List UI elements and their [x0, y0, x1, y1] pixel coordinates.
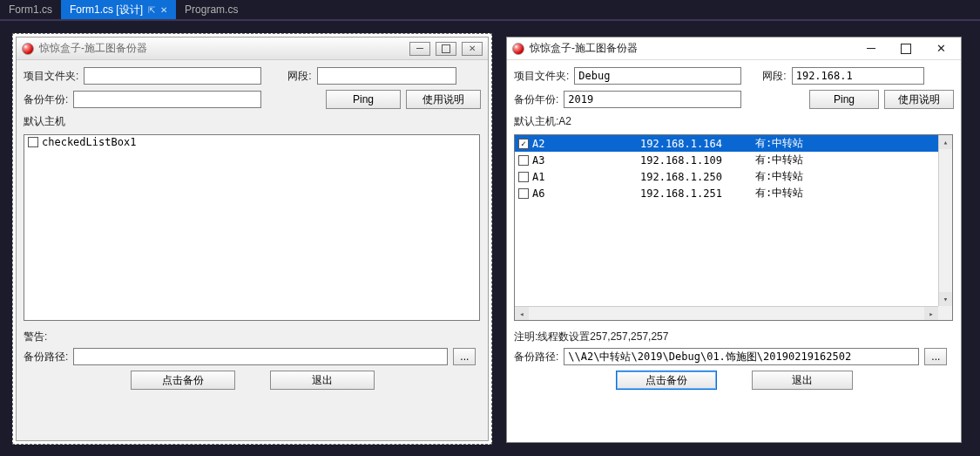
- app-icon: [22, 43, 34, 55]
- tab-label: Form1.cs [设计]: [70, 3, 143, 17]
- pin-icon[interactable]: ⇱: [148, 5, 155, 15]
- host-ip: 192.168.1.109: [640, 154, 752, 167]
- checkbox-icon[interactable]: [518, 139, 529, 149]
- ping-button[interactable]: Ping: [809, 90, 879, 109]
- backup-year-label: 备份年份:: [24, 92, 68, 107]
- host-ip: 192.168.1.251: [640, 187, 752, 200]
- scrollbar-corner: [938, 306, 952, 320]
- checkbox-icon[interactable]: [518, 155, 529, 166]
- window-title: 惊惊盒子-施工图备份器: [39, 41, 404, 56]
- net-segment-input[interactable]: 192.168.1: [792, 67, 924, 85]
- backup-path-input[interactable]: [73, 348, 448, 365]
- project-folder-input[interactable]: Debug: [574, 67, 741, 85]
- warning-label: 警告:: [24, 330, 481, 344]
- scrollbar-vertical[interactable]: ▴ ▾: [938, 135, 952, 306]
- design-window[interactable]: 惊惊盒子-施工图备份器 项目文件夹: 网段: 备份年份: Ping: [16, 37, 489, 441]
- list-item[interactable]: A1192.168.1.250有:中转站: [515, 168, 952, 185]
- scroll-left-icon[interactable]: ◂: [515, 307, 529, 320]
- exit-button[interactable]: 退出: [270, 371, 375, 390]
- net-segment-input[interactable]: [317, 67, 456, 85]
- host-flag: 有:中转站: [755, 153, 949, 167]
- minimize-icon[interactable]: [409, 42, 430, 56]
- list-item[interactable]: checkedListBox1: [24, 135, 479, 149]
- project-folder-label: 项目文件夹:: [514, 69, 569, 84]
- usage-button[interactable]: 使用说明: [884, 90, 954, 109]
- runtime-window[interactable]: 惊惊盒子-施工图备份器 项目文件夹: Debug 网段: 192.168.1 备…: [506, 37, 962, 443]
- note-label: 注明:线程数设置257,257,257,257: [514, 330, 954, 344]
- project-folder-label: 项目文件夹:: [24, 69, 78, 84]
- net-segment-label: 网段:: [287, 69, 311, 84]
- backup-path-label: 备份路径:: [24, 350, 68, 364]
- window-title: 惊惊盒子-施工图备份器: [530, 41, 851, 56]
- list-item-label: checkedListBox1: [42, 136, 136, 148]
- host-name: A2: [532, 138, 637, 150]
- scroll-right-icon[interactable]: ▸: [924, 307, 938, 320]
- tab-label: Program.cs: [185, 3, 238, 16]
- backup-path-label: 备份路径:: [514, 350, 558, 364]
- host-ip: 192.168.1.164: [640, 138, 752, 150]
- host-ip: 192.168.1.250: [640, 171, 752, 183]
- browse-button[interactable]: ...: [453, 348, 476, 365]
- tab-program-cs[interactable]: Program.cs: [176, 0, 247, 19]
- titlebar[interactable]: 惊惊盒子-施工图备份器: [17, 37, 488, 60]
- list-item[interactable]: A3192.168.1.109有:中转站: [515, 152, 952, 168]
- host-flag: 有:中转站: [755, 136, 949, 151]
- default-host-label: 默认主机: [24, 114, 65, 129]
- backup-year-input[interactable]: 2019: [564, 91, 741, 108]
- ping-button[interactable]: Ping: [326, 90, 401, 109]
- list-item[interactable]: A2192.168.1.164有:中转站: [515, 135, 952, 152]
- checkbox-icon[interactable]: [518, 172, 529, 182]
- list-item[interactable]: A6192.168.1.251有:中转站: [515, 185, 952, 201]
- project-folder-input[interactable]: [84, 67, 261, 85]
- designer-canvas: 惊惊盒子-施工图备份器 项目文件夹: 网段: 备份年份: Ping: [12, 33, 492, 445]
- host-name: A1: [532, 171, 637, 183]
- browse-button[interactable]: ...: [924, 348, 947, 365]
- close-icon[interactable]: [926, 38, 956, 59]
- minimize-icon[interactable]: [856, 38, 886, 59]
- net-segment-label: 网段:: [762, 69, 786, 84]
- tab-label: Form1.cs: [9, 3, 52, 16]
- host-checkedlistbox[interactable]: checkedListBox1: [24, 134, 480, 321]
- maximize-icon[interactable]: [436, 42, 456, 56]
- host-flag: 有:中转站: [755, 169, 949, 184]
- close-icon[interactable]: ✕: [160, 5, 167, 15]
- document-tabstrip: Form1.cs Form1.cs [设计] ⇱ ✕ Program.cs: [0, 0, 980, 21]
- host-name: A6: [532, 187, 637, 200]
- backup-path-input[interactable]: \\A2\中转站\2019\Debug\01.饰施图\2019021916250…: [564, 348, 919, 365]
- backup-year-label: 备份年份:: [514, 92, 558, 107]
- app-icon: [512, 43, 524, 55]
- scroll-up-icon[interactable]: ▴: [939, 135, 952, 149]
- close-icon[interactable]: [462, 42, 483, 56]
- host-checkedlistbox[interactable]: A2192.168.1.164有:中转站A3192.168.1.109有:中转站…: [514, 134, 953, 321]
- usage-button[interactable]: 使用说明: [406, 90, 481, 109]
- maximize-icon[interactable]: [891, 38, 921, 59]
- backup-year-input[interactable]: [73, 91, 261, 108]
- exit-button[interactable]: 退出: [752, 371, 853, 390]
- scrollbar-horizontal[interactable]: ◂ ▸: [515, 306, 938, 320]
- backup-button[interactable]: 点击备份: [131, 371, 235, 390]
- tab-form1-design[interactable]: Form1.cs [设计] ⇱ ✕: [61, 0, 176, 19]
- checkbox-icon[interactable]: [28, 137, 38, 147]
- titlebar[interactable]: 惊惊盒子-施工图备份器: [507, 37, 961, 60]
- host-name: A3: [532, 154, 637, 167]
- checkbox-icon[interactable]: [518, 188, 529, 199]
- host-flag: 有:中转站: [755, 186, 949, 201]
- default-host-label: 默认主机:A2: [514, 114, 571, 129]
- backup-button[interactable]: 点击备份: [616, 371, 717, 390]
- tab-form1-cs[interactable]: Form1.cs: [0, 0, 61, 19]
- scroll-down-icon[interactable]: ▾: [939, 292, 952, 306]
